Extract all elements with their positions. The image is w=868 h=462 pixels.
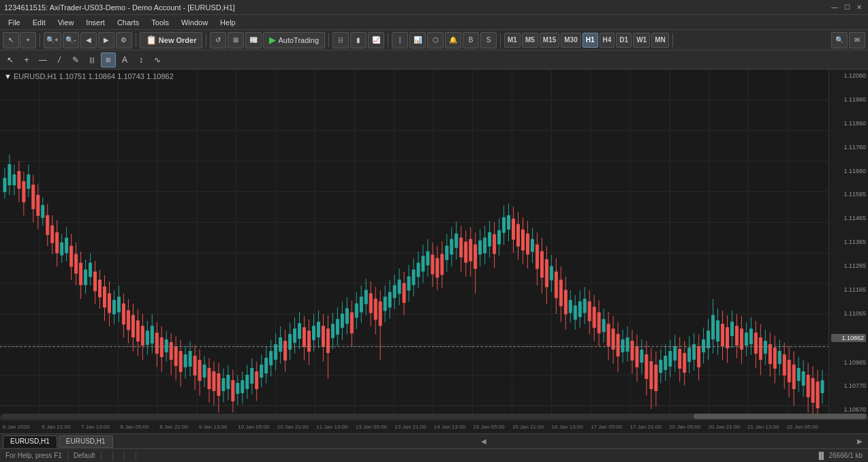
timeframe-h1[interactable]: H1	[583, 33, 598, 48]
svg-rect-470	[698, 347, 700, 367]
svg-rect-65	[56, 232, 59, 253]
timeframe-h4[interactable]: H4	[600, 33, 615, 48]
svg-rect-278	[393, 286, 396, 298]
svg-rect-359	[521, 230, 524, 250]
autotrading-button[interactable]: ▶ AutoTrading	[263, 32, 325, 48]
pen-tool[interactable]: ✎	[68, 52, 83, 67]
svg-rect-338	[489, 232, 491, 246]
select-tool[interactable]: ↖	[3, 52, 18, 67]
new-order-button[interactable]: 📋 New Order	[140, 32, 203, 48]
timeframe-mn[interactable]: MN	[651, 33, 669, 48]
time-label-2: 7 Jan 13:00	[81, 424, 121, 430]
hline-tool[interactable]: —	[35, 52, 50, 67]
zoom-in-button[interactable]: 🔍+	[44, 32, 61, 48]
menu-charts[interactable]: Charts	[112, 17, 144, 28]
chart-scroll-right[interactable]: ▶	[98, 32, 114, 48]
crosshair-button[interactable]: +	[20, 32, 36, 48]
fib-tool[interactable]: |||	[84, 52, 99, 67]
menu-tools[interactable]: Tools	[146, 17, 174, 28]
svg-rect-503	[749, 329, 752, 344]
search-button[interactable]: 🔍	[831, 32, 848, 48]
chart-plot-area[interactable]	[0, 70, 828, 416]
menu-file[interactable]: File	[3, 17, 26, 28]
tab-eurusd-h1-1[interactable]: EURUSD,H1	[3, 435, 57, 448]
svg-rect-257	[360, 297, 362, 312]
svg-rect-290	[412, 270, 415, 285]
zoom-out-button[interactable]: 🔍-	[63, 32, 79, 48]
svg-rect-455	[674, 347, 677, 360]
timeframe-m5[interactable]: M5	[522, 33, 538, 48]
svg-rect-119	[141, 326, 144, 345]
svg-rect-38	[13, 174, 16, 185]
time-label-15: 17 Jan 05:00	[591, 424, 630, 430]
objects-panel-tool[interactable]: ⊞	[101, 52, 116, 67]
alerts-button[interactable]: 🔔	[445, 32, 461, 48]
svg-rect-173	[227, 375, 230, 389]
timeframe-w1[interactable]: W1	[633, 33, 650, 48]
svg-rect-371	[540, 251, 543, 277]
svg-rect-227	[312, 326, 315, 340]
svg-rect-41	[18, 172, 20, 189]
trendline-tool[interactable]: /	[52, 52, 67, 67]
svg-rect-218	[298, 324, 301, 339]
svg-rect-446	[660, 360, 662, 373]
line-chart-button[interactable]: 📈	[368, 32, 384, 48]
candle-chart-button[interactable]: ▮	[350, 32, 367, 48]
minimize-button[interactable]: —	[830, 3, 839, 12]
svg-rect-440	[650, 362, 653, 389]
chart-scroll-left[interactable]: ◀	[80, 32, 97, 48]
wave-tool[interactable]: ∿	[150, 52, 165, 67]
indicator-button[interactable]: 📊	[409, 32, 426, 48]
crosshair-draw-tool[interactable]: +	[19, 52, 34, 67]
svg-rect-527	[788, 360, 790, 382]
svg-rect-494	[735, 326, 738, 345]
menu-help[interactable]: Help	[215, 17, 241, 28]
time-label-14: 16 Jan 13:00	[551, 424, 591, 430]
menu-window[interactable]: Window	[176, 17, 213, 28]
tab-scroll-left[interactable]: ◀	[478, 437, 489, 445]
scroll-thumb[interactable]	[694, 414, 867, 419]
svg-rect-215	[294, 329, 296, 343]
timeframe-m1[interactable]: M1	[504, 33, 521, 48]
timeframe-m30[interactable]: M30	[561, 33, 580, 48]
chart-container: ▼ EURUSD,H1 1.10751 1.10864 1.10743 1.10…	[0, 70, 868, 412]
tab-eurusd-h1-2[interactable]: EURUSD,H1	[59, 435, 113, 448]
svg-rect-461	[683, 354, 686, 373]
price-10: 1.11165	[831, 286, 866, 293]
svg-rect-245	[341, 314, 343, 328]
mail-button[interactable]: ✉	[849, 32, 865, 48]
maximize-button[interactable]: ☐	[842, 3, 852, 12]
tab-scroll-right[interactable]: ▶	[854, 437, 865, 445]
terminal-button[interactable]: ⊞	[228, 32, 244, 48]
close-button[interactable]: ✕	[854, 3, 864, 12]
menu-insert[interactable]: Insert	[80, 17, 110, 28]
svg-rect-500	[745, 333, 747, 345]
toolbar-separator	[40, 33, 40, 47]
svg-rect-122	[146, 331, 149, 345]
time-label-0: 6 Jan 2020	[3, 424, 42, 430]
arrow-tool[interactable]: ↕	[134, 52, 149, 67]
sell-button[interactable]: S	[480, 32, 497, 48]
menu-view[interactable]: View	[52, 17, 80, 28]
menu-edit[interactable]: Edit	[27, 17, 51, 28]
history-button[interactable]: ↺	[210, 32, 226, 48]
period-sep-button[interactable]: |	[392, 32, 408, 48]
svg-rect-83	[84, 270, 87, 285]
svg-rect-464	[688, 348, 691, 362]
bar-chart-button[interactable]: ⌸	[332, 32, 349, 48]
svg-rect-107	[122, 304, 125, 324]
timeframe-d1[interactable]: D1	[616, 33, 632, 48]
scroll-track[interactable]	[1, 414, 867, 419]
cursor-tool-button[interactable]: ↖	[3, 32, 19, 48]
price-scale[interactable]: 1.12060 1.11960 1.11860 1.11760 1.11660 …	[828, 70, 868, 416]
buy-button[interactable]: B	[463, 32, 479, 48]
news-button[interactable]: 📰	[245, 32, 262, 48]
svg-rect-512	[764, 341, 766, 354]
svg-rect-113	[131, 315, 134, 337]
chart-properties[interactable]: ⚙	[116, 32, 132, 48]
toolbar-separator-5	[388, 33, 388, 47]
svg-rect-326	[469, 239, 472, 261]
text-tool[interactable]: A	[117, 52, 132, 67]
objects-button[interactable]: ⬡	[427, 32, 444, 48]
timeframe-m15[interactable]: M15	[540, 33, 559, 48]
